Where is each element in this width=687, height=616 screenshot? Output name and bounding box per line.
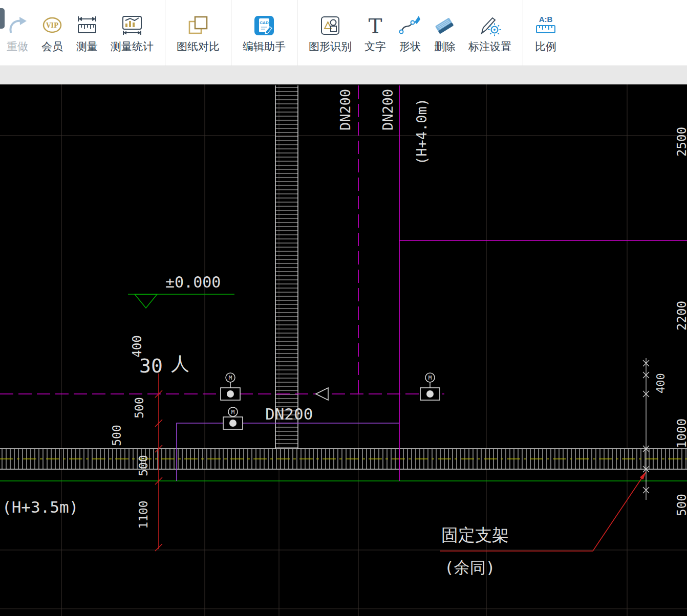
toolbar-button-vip[interactable]: VIP 会员 (39, 0, 66, 65)
toolbar-label: 标注设置 (468, 41, 511, 52)
cad-text-person: 人 (171, 353, 189, 374)
cad-text-rest-same: (余同) (444, 558, 495, 577)
toolbar-label: 比例 (535, 41, 556, 52)
cad-text-level: ±0.000 (165, 273, 221, 291)
svg-text:VIP: VIP (46, 22, 58, 29)
drawing-compare-icon (187, 14, 209, 37)
toolbar: 重做 VIP 会员 测量 测量统计 图纸对比 CAD 编辑助手 (0, 0, 687, 66)
toolbar-button-shape[interactable]: 形状 (397, 0, 423, 65)
cad-text-elev-bottom: (H+3.5m) (2, 498, 78, 516)
toolbar-label: 测量统计 (111, 41, 154, 52)
toolbar-button-scale[interactable]: A:B 比例 (532, 0, 559, 65)
svg-text:M: M (428, 375, 432, 381)
wall-hatch-horizontal (0, 449, 687, 469)
toolbar-button-delete[interactable]: 删除 (432, 0, 458, 65)
cad-text-fixed-support: 固定支架 (441, 525, 509, 545)
shape-recognition-icon (319, 14, 341, 37)
toolbar-label: 文字 (364, 41, 386, 52)
svg-text:CAD: CAD (260, 20, 269, 25)
eraser-icon (434, 14, 456, 37)
motor-valve-1: M (221, 373, 240, 400)
cad-text-dim-1100: 1100 (137, 500, 150, 529)
grid-lines (0, 84, 687, 616)
toolbar-separator (297, 0, 297, 65)
toolbar-button-measure[interactable]: 测量 (74, 0, 100, 65)
toolbar-separator (231, 0, 231, 65)
clipped-toolbar-icon (0, 8, 5, 29)
toolbar-lower-strip (0, 66, 687, 84)
measure-stats-icon (121, 14, 143, 37)
annotation-settings-icon (479, 14, 501, 37)
svg-text:T: T (369, 14, 382, 37)
toolbar-label: 图纸对比 (177, 41, 220, 52)
measure-icon (76, 14, 98, 37)
leader-arrowhead (640, 472, 646, 480)
motor-valve-3: M (420, 373, 440, 400)
shape-icon (399, 14, 421, 37)
toolbar-button-annotation-settings[interactable]: 标注设置 (466, 0, 513, 65)
toolbar-label: 编辑助手 (243, 41, 286, 52)
cad-text-dim-500-right: 500 (675, 494, 687, 516)
toolbar-label: 重做 (7, 41, 28, 52)
redo-icon (6, 14, 29, 37)
cad-text-dn200-vertical-1: DN200 (337, 89, 353, 130)
cad-text-dim-2200: 2200 (675, 301, 687, 331)
edit-assistant-icon: CAD (253, 14, 275, 37)
cad-text-count-30: 30 (139, 355, 163, 377)
level-triangle (135, 294, 157, 308)
toolbar-label: 会员 (41, 41, 63, 52)
toolbar-button-edit-assistant[interactable]: CAD 编辑助手 (241, 0, 288, 65)
toolbar-button-text[interactable]: T 文字 (362, 0, 389, 65)
toolbar-label: 图形识别 (309, 41, 352, 52)
cad-text-dim-1000: 1000 (675, 419, 687, 448)
toolbar-separator (165, 0, 165, 65)
flow-arrow (316, 388, 328, 400)
cad-text-dim-500-c: 500 (137, 455, 150, 476)
scale-icon: A:B (534, 14, 557, 37)
toolbar-label: 测量 (76, 41, 98, 52)
toolbar-button-redo[interactable]: 重做 (4, 0, 31, 65)
cad-text-elev-top: (H+4.0m) (414, 98, 430, 165)
cad-drawing: M M M DN200 DN200 (H+4.0m) ±0.000 400 30… (0, 84, 687, 616)
vip-icon: VIP (41, 14, 63, 37)
cad-text-pipe-dn200: DN200 (265, 405, 313, 423)
toolbar-button-shape-recognition[interactable]: 图形识别 (307, 0, 354, 65)
white-dimension-right (643, 358, 649, 500)
cad-text-dim-400-right: 400 (654, 373, 667, 393)
magenta-pipes (0, 85, 687, 481)
toolbar-separator (523, 0, 523, 65)
svg-text:M: M (229, 375, 232, 381)
toolbar-label: 删除 (434, 41, 456, 52)
cad-canvas[interactable]: M M M DN200 DN200 (H+4.0m) ±0.000 400 30… (0, 84, 687, 616)
cad-text-dim-500-b: 500 (110, 425, 123, 446)
svg-text:A:B: A:B (539, 15, 553, 24)
motor-valve-2: M (223, 407, 243, 429)
toolbar-button-drawing-compare[interactable]: 图纸对比 (175, 0, 222, 65)
cad-text-dim-500-a: 500 (133, 397, 146, 419)
cad-text-dn200-vertical-2: DN200 (380, 89, 396, 130)
toolbar-button-measure-stats[interactable]: 测量统计 (109, 0, 156, 65)
toolbar-label: 形状 (399, 41, 421, 52)
svg-text:M: M (231, 409, 235, 415)
text-icon: T (364, 14, 387, 37)
cad-text-dim-2500: 2500 (675, 127, 687, 157)
